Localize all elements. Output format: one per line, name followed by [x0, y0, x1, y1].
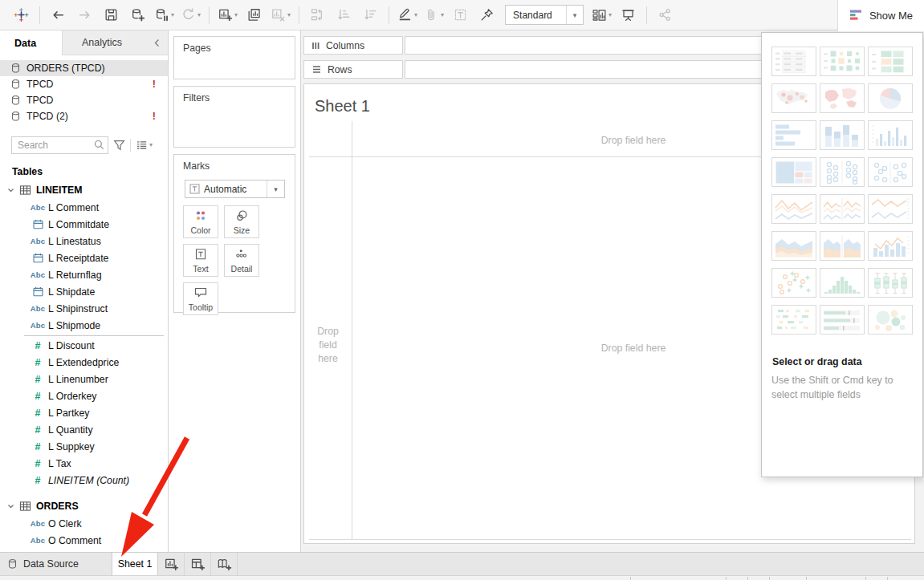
field-item[interactable]: #L Discount [0, 337, 168, 354]
size-button[interactable]: Size [224, 205, 259, 238]
field-item[interactable]: #L Orderkey [0, 387, 168, 404]
showme-horizontal-bars-icon[interactable] [771, 120, 816, 150]
field-item[interactable]: AbcL Returnflag [0, 266, 168, 283]
table-group-header[interactable]: ORDERS [0, 497, 168, 515]
view-options-icon[interactable]: ▾ [136, 140, 153, 151]
field-item[interactable]: #L Linenumber [0, 371, 168, 387]
undo-icon[interactable] [47, 5, 70, 26]
table-group-header[interactable]: LINEITEM [0, 181, 168, 199]
tab-data[interactable]: Data [0, 30, 63, 55]
showme-circle-views-icon[interactable] [820, 157, 865, 187]
filter-fields-icon[interactable] [113, 140, 125, 151]
pages-shelf[interactable]: Pages [173, 36, 295, 79]
field-item[interactable]: #LINEITEM (Count) [0, 472, 168, 489]
search-input[interactable] [12, 139, 92, 152]
view-mode-select[interactable]: Standard▾ [505, 5, 584, 25]
field-item[interactable]: #L Extendedprice [0, 354, 168, 371]
chevron-down-icon[interactable] [7, 187, 14, 193]
new-dashboard-button[interactable] [185, 553, 211, 575]
field-item[interactable]: AbcL Shipinstruct [0, 300, 168, 317]
showme-lines-continuous-icon[interactable] [771, 194, 816, 224]
showme-gantt-icon[interactable] [771, 305, 816, 335]
showme-symbol-map-icon[interactable] [771, 83, 816, 113]
collapse-pane-icon[interactable] [145, 30, 168, 55]
share-icon[interactable] [653, 5, 677, 26]
showme-bullet-graph-icon[interactable] [820, 305, 865, 335]
presentation-mode-icon[interactable] [617, 5, 640, 26]
tab-data-source[interactable]: Data Source [0, 553, 112, 575]
showme-side-by-side-circles-icon[interactable] [868, 157, 913, 187]
show-me-button[interactable]: Show Me [837, 0, 924, 31]
field-item[interactable]: AbcO Comment [0, 532, 168, 549]
warning-badge: ! [153, 111, 156, 122]
show-me-hint-title: Select or drag data [772, 356, 922, 367]
number-field-icon: # [35, 374, 41, 385]
showme-stacked-bars-icon[interactable] [820, 120, 865, 150]
new-worksheet-button[interactable] [158, 553, 185, 575]
color-button[interactable]: Color [183, 205, 218, 238]
filters-shelf[interactable]: Filters [173, 86, 295, 148]
tab-sheet-1[interactable]: Sheet 1 [112, 553, 158, 575]
save-icon[interactable] [100, 5, 123, 26]
clear-sheet-icon[interactable]: ▾ [269, 5, 292, 26]
field-item[interactable]: L Shipdate [0, 283, 168, 300]
sort-ascending-icon[interactable] [332, 5, 356, 26]
field-item[interactable]: AbcO Clerk [0, 515, 168, 532]
datasource-item[interactable]: ORDERS (TPCD) [0, 60, 168, 76]
showme-filled-map-icon[interactable] [820, 83, 865, 113]
datasource-item[interactable]: TPCD [0, 92, 168, 108]
tooltip-icon [193, 283, 209, 302]
field-item[interactable]: #L Tax [0, 455, 168, 472]
paperclip-icon[interactable]: ▾ [422, 5, 446, 26]
pin-icon[interactable] [475, 5, 499, 26]
showme-dual-lines-icon[interactable] [868, 194, 913, 224]
database-icon [11, 79, 20, 90]
datasource-item[interactable]: TPCD (2)! [0, 108, 168, 124]
new-story-button[interactable] [211, 553, 238, 575]
add-data-icon[interactable] [126, 5, 149, 26]
showme-area-continuous-icon[interactable] [771, 231, 816, 261]
highlight-icon[interactable]: ▾ [396, 5, 419, 26]
showme-side-by-side-bars-icon[interactable] [868, 120, 913, 150]
statusbar-divider [769, 577, 770, 580]
showme-box-and-whisker-icon[interactable] [868, 268, 913, 298]
mark-button-label: Size [234, 225, 250, 235]
field-item[interactable]: AbcL Linestatus [0, 233, 168, 249]
showme-pie-chart-icon[interactable] [868, 83, 913, 113]
refresh-icon[interactable]: ▾ [179, 5, 202, 26]
new-worksheet-icon[interactable]: ▾ [216, 5, 239, 26]
text-button[interactable]: Text [183, 244, 218, 277]
sort-descending-icon[interactable] [359, 5, 382, 26]
showme-histogram-icon[interactable] [820, 268, 865, 298]
field-item[interactable]: AbcL Shipmode [0, 317, 168, 334]
showme-heatmap-icon[interactable] [820, 47, 865, 76]
showme-scatter-plot-icon[interactable] [771, 268, 816, 298]
showme-lines-discrete-icon[interactable] [820, 194, 865, 224]
showme-dual-combination-icon[interactable] [868, 231, 913, 261]
field-item[interactable]: #L Quantity [0, 421, 168, 438]
duplicate-sheet-icon[interactable] [242, 5, 266, 26]
field-item[interactable]: #L Partkey [0, 404, 168, 421]
tab-analytics[interactable]: Analytics [63, 30, 145, 55]
showme-packed-bubbles-icon[interactable] [868, 305, 913, 335]
datasource-item[interactable]: TPCD! [0, 76, 168, 92]
showme-highlight-table-icon[interactable] [868, 47, 913, 76]
text-label-icon[interactable] [449, 5, 472, 26]
drop-zone-rows[interactable]: Drop field here [304, 325, 352, 366]
detail-button[interactable]: Detail [224, 244, 259, 277]
mark-type-dropdown[interactable]: Automatic ▾ [185, 180, 285, 198]
field-item[interactable]: #L Suppkey [0, 438, 168, 455]
showme-text-table-icon[interactable] [771, 47, 816, 76]
swap-axes-icon[interactable] [306, 5, 329, 26]
field-item[interactable]: L Commitdate [0, 216, 168, 233]
field-item[interactable]: L Receiptdate [0, 249, 168, 266]
pause-updates-icon[interactable]: ▾ [153, 5, 176, 26]
tooltip-button[interactable]: Tooltip [183, 282, 218, 315]
redo-icon[interactable] [73, 5, 96, 26]
search-input-box[interactable] [11, 136, 108, 154]
showme-treemap-icon[interactable] [771, 157, 816, 187]
showme-area-discrete-icon[interactable] [820, 231, 865, 261]
field-item[interactable]: AbcL Comment [0, 199, 168, 216]
chevron-down-icon[interactable] [7, 503, 14, 509]
show-hide-cards-icon[interactable]: ▾ [590, 5, 613, 26]
